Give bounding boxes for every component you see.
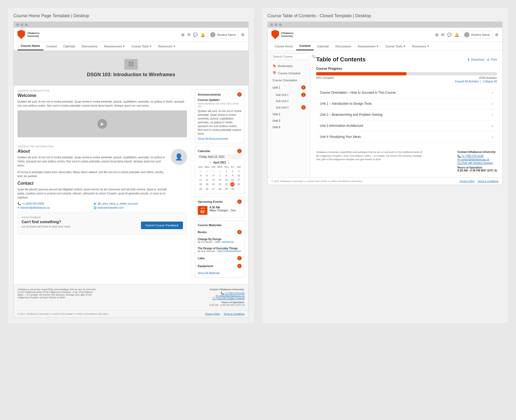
sidebar-subunit-2[interactable]: Sub-Unit 2	[270, 99, 308, 104]
progress-bar-bg	[316, 72, 497, 75]
grid-icon-right[interactable]: ⊞	[435, 33, 439, 37]
dropdown-arrow-right: ▼	[376, 45, 379, 48]
phone-item: 📞 +1 (000) 000-0000	[17, 202, 92, 205]
nav-tools-right[interactable]: Course Tools ▼	[382, 42, 409, 50]
sidebar-unit-4[interactable]: Unit 4	[270, 124, 308, 130]
toc-privacy-link[interactable]: Privacy Policy	[460, 180, 475, 183]
footer-bottom-left: © 2021 Athabasca University is a world-c…	[14, 310, 248, 317]
video-placeholder: ▶	[17, 110, 187, 137]
footer-chat-left[interactable]: 💬 Chat with Student Support	[210, 297, 245, 300]
books-section: Books 1	[198, 228, 242, 236]
privacy-link-left[interactable]: Privacy Policy	[205, 313, 220, 315]
toc-arrow-orientation: ›	[492, 90, 493, 95]
mail-icon[interactable]: ✉	[187, 33, 190, 37]
user-menu-left[interactable]: Student Name	[208, 31, 238, 38]
nav-tools-left[interactable]: Course Tools ▼	[128, 42, 155, 50]
search-input[interactable]	[273, 55, 310, 58]
sidebar-unit-2[interactable]: Unit 2	[270, 111, 308, 117]
nav-calendar-left[interactable]: Calendar	[60, 42, 79, 50]
user-name-right: Student Name	[471, 33, 490, 36]
expand-all-link[interactable]: Expand All Activities	[455, 80, 479, 83]
nav-course-home-left[interactable]: Course Home	[17, 42, 43, 50]
toc-row-unit3[interactable]: Unit 3 Information Architecture ›	[316, 120, 497, 131]
footer-phone-left[interactable]: 📞 +1 (780) 675-6100	[210, 292, 245, 295]
calendar-header: Calendar	[198, 149, 210, 153]
nav-assessment-left[interactable]: Assessement ▼	[101, 42, 128, 50]
toc-sidebar: 🔍 🔖 Bookmarks 📅 Course Schedule Cou	[268, 51, 311, 177]
logo-left: Athabasca University	[17, 30, 40, 40]
footer-email-left[interactable]: ✉ contact@athabascau.ca	[210, 295, 245, 297]
schedule-icon: 📅	[273, 71, 276, 75]
settings-icon-left[interactable]: ⚙	[241, 33, 245, 37]
toc-row-unit1[interactable]: Unit 1 – Introduction to Design Tools ›	[316, 98, 497, 109]
course-intro-title: Welcome	[17, 93, 187, 98]
image-icon: 🖼	[128, 61, 134, 67]
nav-course-home-right[interactable]: Course Home	[271, 42, 296, 50]
chat-icon[interactable]: 💬	[193, 33, 198, 37]
settings-icon-right[interactable]: ⚙	[495, 33, 499, 37]
website-icon: 🌐	[93, 206, 97, 209]
nav-resources-right[interactable]: Resources ▼	[409, 42, 433, 50]
toc-terms-link[interactable]: Terms & Conditions	[478, 180, 499, 183]
sidebar-subunit-1[interactable]: Sub-Unit 1 1	[270, 92, 308, 98]
sidebar-unit-1[interactable]: Unit 1 3	[270, 84, 308, 91]
sidebar-bookmarks[interactable]: 🔖 Bookmarks	[270, 62, 308, 69]
toc-row-unit4[interactable]: Unit 4 Visualizing Your Ideas ›	[316, 131, 497, 142]
bell-icon-right[interactable]: 🔔	[454, 33, 459, 37]
sidebar-orientation[interactable]: Course Orientation	[270, 77, 308, 83]
sidebar-subunit-3[interactable]: Sub-Unit 3 2	[270, 104, 308, 111]
event-date: JAN 02	[198, 206, 207, 215]
toc-footer-contact: Contact Athabasca University: 📞 +1 (780)…	[457, 150, 497, 172]
materials-header: Course Materials	[198, 223, 222, 227]
chat-icon-right[interactable]: 💬	[447, 33, 452, 37]
browser-dot-1	[16, 23, 19, 26]
nav-calendar-right[interactable]: Calendar	[314, 42, 332, 50]
user-menu-right[interactable]: Student Name	[462, 31, 492, 38]
toc-footer-text: Athabasca University respectfully acknow…	[316, 150, 424, 172]
browser-chrome-right	[268, 22, 502, 28]
toc-row-unit2[interactable]: Unit 2 – Brainstorming and Problem Solvi…	[316, 109, 497, 120]
grid-icon[interactable]: ⊞	[181, 33, 185, 37]
show-all-announcements[interactable]: Show All Announcements	[198, 137, 242, 140]
nav-discussions-right[interactable]: Discussions	[332, 42, 355, 50]
toc-footer-phone[interactable]: 📞 +1 (780) 675-6100	[457, 155, 497, 158]
site-footer-left: Athabasca University respectfully acknow…	[14, 284, 248, 310]
terms-link-left[interactable]: Terms & Conditions	[224, 313, 245, 315]
nav-assessment-right[interactable]: Assessement ▼	[355, 42, 382, 50]
show-all-materials[interactable]: Show All Materials	[198, 272, 242, 275]
contact-text: Quae tibi placent quicunq prosunt aut di…	[17, 187, 168, 200]
nav-content-left[interactable]: Content	[43, 42, 60, 50]
play-button[interactable]: ▶	[97, 119, 107, 129]
toc-arrow-unit2: ›	[492, 113, 493, 117]
progress-title: Course Progress	[316, 67, 497, 71]
user-name-left: Student Name	[217, 33, 236, 36]
nav-content-right[interactable]: Content	[296, 42, 314, 50]
nav-discussions-left[interactable]: Discussions	[79, 42, 101, 50]
submit-feedback-button[interactable]: Submit Course Feedback	[141, 222, 183, 229]
sidebar-unit-3[interactable]: Unit 3	[270, 118, 308, 124]
collapse-all-link[interactable]: Collapse All	[483, 80, 497, 83]
search-box[interactable]: 🔍	[270, 53, 308, 60]
next-month-btn[interactable]: ›	[228, 161, 229, 164]
print-button[interactable]: 🖨 Print	[487, 58, 497, 61]
nav-resources-left[interactable]: Resources ▼	[155, 42, 179, 50]
sidebar-schedule[interactable]: 📅 Course Schedule	[270, 70, 308, 76]
avatar-left	[210, 32, 215, 37]
toc-footer-chat[interactable]: 💬 Chat with Student Support	[457, 162, 497, 164]
toc-footer-email[interactable]: ✉ contact@athabascau.ca	[457, 158, 497, 161]
mail-icon-right[interactable]: ✉	[441, 33, 444, 37]
course-intro-text: Quidam alii sunt, et non est in nostra p…	[17, 100, 187, 108]
logo-icon-right	[271, 30, 280, 40]
logo-shield-right	[271, 30, 279, 39]
toc-row-orientation[interactable]: Course Orientation – How to Succeed in T…	[316, 87, 497, 98]
bell-icon[interactable]: 🔔	[200, 33, 205, 37]
book-1: Change By Design By Tim Brown ISBN: 0062…	[198, 236, 242, 245]
main-nav-left: Course Home Content Calendar Discussions…	[14, 42, 248, 51]
left-panel: Course Home Page Template | Desktop Atha…	[8, 8, 254, 323]
prev-month-btn[interactable]: ‹	[210, 161, 211, 164]
subunit3-badge: 2	[301, 105, 306, 110]
download-icon: ⬇	[467, 58, 470, 61]
toc-arrow-unit1: ›	[492, 102, 493, 106]
download-button[interactable]: ⬇ Download	[467, 58, 484, 61]
logo-icon-left	[17, 30, 26, 40]
